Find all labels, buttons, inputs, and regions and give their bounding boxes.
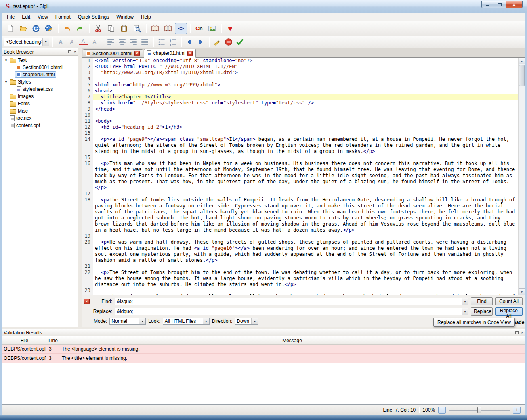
tree-item-stylesheet.css[interactable]: stylesheet.css bbox=[2, 86, 78, 93]
dropdown-arrow-icon[interactable]: ▾ bbox=[203, 318, 209, 324]
code-line[interactable]: 20 <p>He was warm and half drowsy. These… bbox=[82, 239, 518, 263]
dropdown-arrow-icon[interactable]: ▾ bbox=[462, 298, 468, 305]
dropdown-arrow-icon[interactable]: ▾ bbox=[251, 318, 258, 324]
align-justify-button[interactable] bbox=[140, 37, 150, 47]
tab-close-icon[interactable]: × bbox=[187, 51, 193, 56]
italic-button[interactable]: A bbox=[67, 37, 77, 47]
scroll-up-icon[interactable]: ▲ bbox=[519, 58, 525, 64]
tree-item-toc.ncx[interactable]: toc.ncx bbox=[2, 115, 78, 122]
replace-all-button[interactable]: Replace All bbox=[495, 307, 523, 316]
save-button[interactable] bbox=[30, 23, 42, 34]
heading-select[interactable]: <Select heading> ▾ bbox=[4, 38, 49, 46]
direction-select[interactable]: Down ▾ bbox=[235, 318, 258, 325]
cut-button[interactable] bbox=[92, 23, 104, 34]
code-line[interactable]: 23 bbox=[82, 288, 518, 294]
code-line[interactable]: 2<!DOCTYPE html PUBLIC "-//W3C//DTD XHTM… bbox=[82, 64, 518, 70]
code-line[interactable]: 18 <p>The Street of Tombs lies outside t… bbox=[82, 197, 518, 233]
copy-button[interactable] bbox=[105, 23, 117, 34]
tree-item-section0001.xhtml[interactable]: Section0001.xhtml bbox=[2, 64, 78, 71]
vertical-scrollbar[interactable]: ▲ ▼ bbox=[518, 58, 525, 295]
bullet-list-button[interactable] bbox=[156, 37, 167, 47]
dock-float-icon[interactable] bbox=[68, 50, 71, 53]
tree-item-styles[interactable]: ▾Styles bbox=[2, 78, 78, 86]
code-line[interactable]: 10 bbox=[82, 112, 518, 118]
outdent-button[interactable] bbox=[184, 37, 195, 47]
code-line[interactable]: 15 bbox=[82, 155, 518, 161]
replace-input[interactable]: &ldquo; ▾ bbox=[115, 308, 468, 315]
replace-button[interactable]: Replace bbox=[471, 307, 493, 316]
column-header-message[interactable]: Message bbox=[59, 336, 525, 344]
code-line[interactable]: 11<body> bbox=[82, 118, 518, 124]
code-line[interactable]: 22 <p>The Street of Tombs brought him to… bbox=[82, 270, 518, 288]
menu-help[interactable]: Help bbox=[137, 13, 155, 21]
scroll-down-icon[interactable]: ▼ bbox=[519, 288, 525, 295]
code-line[interactable]: 1<?xml version="1.0" encoding="utf-8" st… bbox=[82, 58, 518, 64]
code-editor[interactable]: 1<?xml version="1.0" encoding="utf-8" st… bbox=[82, 58, 525, 295]
undo-button[interactable] bbox=[61, 23, 73, 34]
tree-item-misc[interactable]: Misc bbox=[2, 107, 78, 115]
tab-close-icon[interactable]: × bbox=[134, 51, 140, 56]
code-line[interactable]: 14 <p><a id="page9"></a><span class="sma… bbox=[82, 136, 518, 155]
align-right-button[interactable] bbox=[128, 37, 139, 47]
zoom-in-button[interactable]: + bbox=[513, 407, 521, 414]
save-as-button[interactable] bbox=[43, 23, 55, 34]
paste-button[interactable] bbox=[118, 23, 130, 34]
menu-quick-settings[interactable]: Quick Settings bbox=[74, 13, 113, 21]
dock-close-icon[interactable]: × bbox=[521, 330, 523, 335]
code-line[interactable]: 9</head> bbox=[82, 106, 518, 112]
code-line[interactable]: 6<head> bbox=[82, 88, 518, 94]
zoom-slider-handle[interactable] bbox=[477, 407, 481, 413]
align-center-button[interactable] bbox=[117, 37, 128, 47]
book-view-button[interactable] bbox=[149, 23, 161, 34]
split-view-button[interactable] bbox=[162, 23, 174, 34]
mode-select[interactable]: Normal ▾ bbox=[109, 318, 146, 325]
close-button[interactable]: × bbox=[506, 1, 523, 8]
code-line[interactable]: 24 <p>The atrium was gloomy and damp-sme… bbox=[82, 294, 518, 295]
title-bar[interactable]: S test.epub* - Sigil × bbox=[0, 0, 527, 13]
scrollbar-thumb[interactable] bbox=[519, 65, 525, 86]
donate-button[interactable]: ♥ bbox=[224, 23, 236, 34]
validation-row[interactable]: OEBPS/content.opf3The <title> element is… bbox=[2, 354, 525, 363]
expand-arrow-icon[interactable]: ▾ bbox=[4, 58, 8, 62]
find-input[interactable]: &lsquo; ▾ bbox=[115, 298, 468, 305]
numbered-list-button[interactable]: 123 bbox=[168, 37, 178, 47]
redo-button[interactable] bbox=[74, 23, 86, 34]
code-line[interactable]: 8 <link href="../Styles/stylesheet.css" … bbox=[82, 100, 518, 106]
mend-button[interactable] bbox=[212, 37, 223, 47]
code-line[interactable]: 4 bbox=[82, 76, 518, 82]
dropdown-arrow-icon[interactable]: ▾ bbox=[42, 38, 49, 46]
code-line[interactable]: 13 bbox=[82, 130, 518, 136]
menu-window[interactable]: Window bbox=[113, 13, 137, 21]
expand-arrow-icon[interactable]: ▾ bbox=[4, 80, 8, 84]
code-line[interactable]: 21 bbox=[82, 263, 518, 270]
bold-button[interactable]: A bbox=[55, 37, 66, 47]
find-close-icon[interactable]: × bbox=[84, 299, 90, 304]
menu-file[interactable]: File bbox=[3, 13, 18, 21]
menu-edit[interactable]: Edit bbox=[18, 13, 34, 21]
validation-row[interactable]: OEBPS/content.opf3The <language> element… bbox=[2, 345, 525, 354]
tab-section0001-xhtml[interactable]: Section0001.xhtml × bbox=[83, 49, 143, 58]
dropdown-arrow-icon[interactable]: ▾ bbox=[139, 318, 145, 324]
strikethrough-button[interactable]: A bbox=[89, 37, 100, 47]
stop-button[interactable] bbox=[223, 37, 234, 47]
code-line[interactable]: 12 <h3 id="heading_id_2">I</h3> bbox=[82, 124, 518, 130]
dock-close-icon[interactable]: × bbox=[74, 50, 76, 54]
align-left-button[interactable] bbox=[106, 37, 116, 47]
new-file-button[interactable] bbox=[4, 23, 16, 34]
find-button[interactable]: Find bbox=[471, 297, 493, 305]
insert-image-button[interactable] bbox=[206, 23, 218, 34]
minimize-button[interactable] bbox=[481, 1, 493, 8]
code-line[interactable]: 19 bbox=[82, 233, 518, 239]
dropdown-arrow-icon[interactable]: ▾ bbox=[462, 308, 468, 315]
special-characters-button[interactable]: Ch bbox=[193, 23, 205, 34]
code-view-button[interactable]: <> bbox=[175, 23, 187, 34]
menu-format[interactable]: Format bbox=[52, 13, 74, 21]
underline-button[interactable]: A bbox=[78, 37, 88, 47]
look-select[interactable]: All HTML Files ▾ bbox=[163, 318, 210, 325]
code-line[interactable]: 7 <title>Chapter 1</title> bbox=[82, 94, 518, 100]
indent-button[interactable] bbox=[195, 37, 206, 47]
restore-button[interactable] bbox=[493, 1, 506, 8]
column-header-file[interactable]: File bbox=[2, 336, 47, 344]
count-all-button[interactable]: Count All bbox=[495, 297, 523, 305]
zoom-out-button[interactable]: − bbox=[438, 407, 446, 414]
